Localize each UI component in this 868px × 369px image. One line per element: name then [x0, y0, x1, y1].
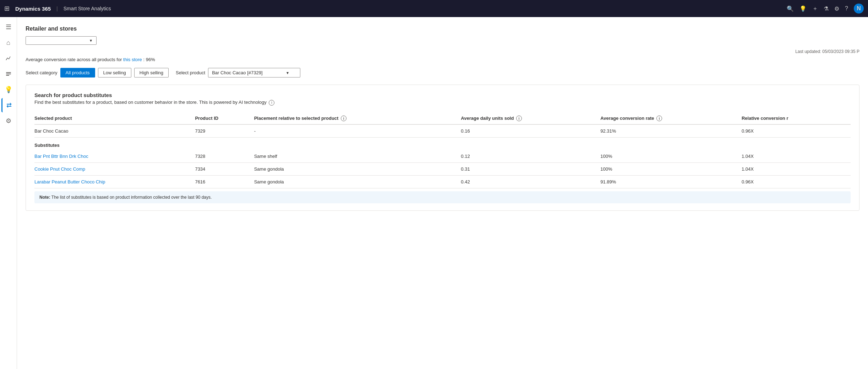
filter-all-products[interactable]: All products	[60, 68, 95, 77]
selected-name: Bar Choc Cacao	[34, 124, 195, 138]
svg-rect-2	[6, 75, 9, 76]
brand-name: Dynamics 365	[15, 6, 51, 12]
plus-icon[interactable]: ＋	[812, 5, 818, 12]
product-dropdown[interactable]: Bar Choc Cacao [#7329] ▾	[208, 68, 300, 77]
store-dropdown[interactable]: ▾	[26, 36, 97, 45]
selected-avg-conversion: 92.31%	[600, 124, 742, 138]
nav-separator: |	[56, 6, 58, 11]
last-updated-text: Last updated: 05/03/2023 09:35 P	[26, 49, 859, 54]
placement-info-icon[interactable]: i	[341, 116, 346, 121]
col-header-avg-daily: Average daily units sold i	[461, 113, 600, 125]
info-icon[interactable]: i	[269, 100, 274, 106]
sub-conversion-3: 91.89%	[600, 176, 742, 188]
sidebar-item-home[interactable]: ⌂	[1, 36, 16, 50]
sub-daily-2: 0.31	[461, 163, 600, 176]
sidebar-item-reports[interactable]	[1, 67, 16, 81]
sidebar-item-analytics[interactable]	[1, 51, 16, 65]
note-text: The list of substitutes is based on prod…	[51, 195, 212, 200]
sub-relative-3: 0.96X	[742, 176, 851, 188]
side-navigation: ☰ ⌂ 💡 ⇄ ⚙	[0, 17, 17, 369]
sub-id-3: 7616	[195, 176, 254, 188]
group-label: Substitutes	[34, 138, 851, 150]
sub-placement-2: Same gondola	[254, 163, 461, 176]
store-link[interactable]: this store	[123, 57, 142, 62]
app-grid-icon[interactable]: ⊞	[4, 5, 10, 12]
chevron-down-icon: ▾	[90, 38, 92, 43]
sub-relative-1: 1.04X	[742, 150, 851, 163]
col-header-relative-conversion: Relative conversion r	[742, 113, 851, 125]
sub-id-2: 7334	[195, 163, 254, 176]
avg-daily-info-icon[interactable]: i	[516, 116, 522, 121]
product-dropdown-value: Bar Choc Cacao [#7329]	[212, 70, 262, 75]
selected-avg-daily: 0.16	[461, 124, 600, 138]
selected-product-id: 7329	[195, 124, 254, 138]
top-navigation: ⊞ Dynamics 365 | Smart Store Analytics 🔍…	[0, 0, 868, 17]
selected-placement: -	[254, 124, 461, 138]
sub-id-1: 7328	[195, 150, 254, 163]
col-header-name: Selected product	[34, 113, 195, 125]
selected-relative-conversion: 0.96X	[742, 124, 851, 138]
store-selector-row: ▾	[26, 36, 859, 45]
category-label: Select category	[26, 70, 58, 75]
filter-row: Select category All products Low selling…	[26, 68, 859, 77]
filter-icon[interactable]: ⚗	[824, 5, 829, 12]
sub-placement-3: Same gondola	[254, 176, 461, 188]
sub-daily-1: 0.12	[461, 150, 600, 163]
substitutes-group-header: Substitutes	[34, 138, 851, 150]
substitute-section: Search for product substitutes Find the …	[26, 85, 859, 211]
col-header-product-id: Product ID	[195, 113, 254, 125]
table-header: Selected product Product ID Placement re…	[34, 113, 851, 125]
avg-conversion-info-icon[interactable]: i	[656, 116, 662, 121]
sub-name-2[interactable]: Cookie Pnut Choc Comp	[34, 163, 195, 176]
chevron-down-icon: ▾	[286, 70, 289, 75]
col-header-placement: Placement relative to selected product i	[254, 113, 461, 125]
note-bar: Note: The list of substitutes is based o…	[34, 191, 851, 203]
sidebar-item-menu[interactable]: ☰	[1, 20, 16, 34]
settings-icon[interactable]: ⚙	[834, 5, 839, 12]
sub-placement-1: Same shelf	[254, 150, 461, 163]
main-content: Retailer and stores ▾ Last updated: 05/0…	[17, 17, 868, 369]
module-name: Smart Store Analytics	[64, 6, 111, 11]
sub-name-3[interactable]: Larabar Peanut Butter Choco Chip	[34, 176, 195, 188]
svg-rect-1	[6, 74, 11, 74]
substitutes-table: Selected product Product ID Placement re…	[34, 113, 851, 189]
filter-low-selling[interactable]: Low selling	[98, 68, 131, 77]
avatar[interactable]: N	[854, 4, 864, 14]
sub-relative-2: 1.04X	[742, 163, 851, 176]
avg-conversion-banner: Average conversion rate across all produ…	[26, 57, 859, 62]
sidebar-item-substitutes[interactable]: ⇄	[1, 98, 16, 112]
search-icon[interactable]: 🔍	[787, 5, 794, 12]
section-title: Search for product substitutes	[34, 92, 851, 98]
sub-daily-3: 0.42	[461, 176, 600, 188]
help-icon[interactable]: ?	[845, 5, 848, 12]
table-row: Bar Pnt Bttr Bnn Drk Choc 7328 Same shel…	[34, 150, 851, 163]
sub-conversion-2: 100%	[600, 163, 742, 176]
table-row: Cookie Pnut Choc Comp 7334 Same gondola …	[34, 163, 851, 176]
section-subtitle: Find the best substitutes for a product,…	[34, 100, 851, 106]
page-title: Retailer and stores	[26, 26, 859, 32]
lightbulb-icon[interactable]: 💡	[799, 5, 807, 12]
sub-conversion-1: 100%	[600, 150, 742, 163]
filter-high-selling[interactable]: High selling	[134, 68, 169, 77]
sidebar-item-more[interactable]: ⚙	[1, 114, 16, 128]
table-row: Larabar Peanut Butter Choco Chip 7616 Sa…	[34, 176, 851, 188]
product-label: Select product	[176, 70, 205, 75]
col-header-avg-conversion: Average conversion rate i	[600, 113, 742, 125]
table-body: Bar Choc Cacao 7329 - 0.16 92.31% 0.96X …	[34, 124, 851, 188]
note-label: Note:	[39, 195, 50, 200]
sidebar-item-insights[interactable]: 💡	[1, 82, 16, 97]
top-nav-right: 🔍 💡 ＋ ⚗ ⚙ ? N	[787, 4, 864, 14]
svg-rect-0	[6, 72, 11, 73]
sub-name-1[interactable]: Bar Pnt Bttr Bnn Drk Choc	[34, 150, 195, 163]
table-row-selected: Bar Choc Cacao 7329 - 0.16 92.31% 0.96X	[34, 124, 851, 138]
